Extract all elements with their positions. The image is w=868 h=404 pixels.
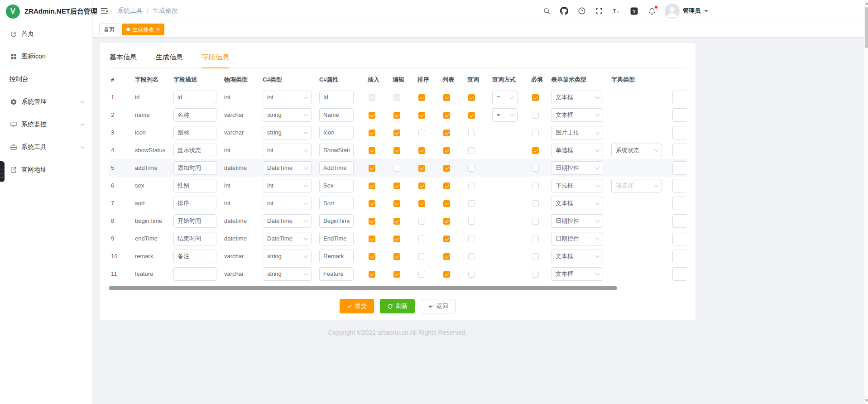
- column-desc-input[interactable]: [173, 126, 216, 139]
- list-checkbox[interactable]: [443, 112, 450, 119]
- display-type-select[interactable]: 文本框: [551, 250, 603, 263]
- list-checkbox[interactable]: [443, 147, 450, 154]
- insert-checkbox[interactable]: [369, 94, 375, 101]
- edit-checkbox[interactable]: [393, 165, 400, 172]
- list-checkbox[interactable]: [443, 218, 450, 225]
- edit-checkbox[interactable]: [393, 147, 400, 154]
- edit-checkbox[interactable]: [393, 183, 400, 189]
- csharp-type-select[interactable]: DateTime: [263, 232, 312, 245]
- query-checkbox[interactable]: [468, 94, 475, 101]
- required-checkbox[interactable]: [532, 200, 539, 207]
- required-checkbox[interactable]: [532, 165, 539, 172]
- display-type-select[interactable]: 图片上传: [551, 126, 603, 139]
- extra-input[interactable]: [672, 161, 686, 175]
- insert-checkbox[interactable]: [369, 183, 375, 189]
- insert-checkbox[interactable]: [369, 253, 375, 260]
- csharp-attr-input[interactable]: [319, 91, 354, 104]
- sidebar-item-icons[interactable]: 图标icon: [0, 45, 92, 68]
- csharp-attr-input[interactable]: [319, 161, 354, 175]
- column-desc-input[interactable]: [173, 267, 216, 281]
- font-size-icon[interactable]: TT: [612, 7, 620, 15]
- breadcrumb-item[interactable]: 系统工具: [117, 7, 143, 15]
- csharp-attr-input[interactable]: [319, 197, 354, 210]
- column-desc-input[interactable]: [173, 161, 216, 175]
- extra-input[interactable]: [672, 126, 686, 139]
- insert-checkbox[interactable]: [369, 165, 375, 172]
- tab-basic-info[interactable]: 基本信息: [110, 53, 137, 67]
- close-icon[interactable]: ×: [156, 26, 160, 33]
- column-desc-input[interactable]: [173, 250, 216, 263]
- list-checkbox[interactable]: [443, 165, 450, 172]
- scroll-down-icon[interactable]: [864, 397, 868, 404]
- sidebar-item-website[interactable]: 官网地址: [0, 159, 92, 181]
- csharp-type-select[interactable]: string: [263, 250, 312, 263]
- required-checkbox[interactable]: [532, 183, 539, 189]
- insert-checkbox[interactable]: [369, 147, 375, 154]
- csharp-attr-input[interactable]: [319, 108, 354, 122]
- sidebar-item-system-manage[interactable]: 系统管理: [0, 91, 92, 113]
- csharp-attr-input[interactable]: [319, 267, 354, 281]
- sidebar-item-system-tools[interactable]: 系统工具: [0, 136, 92, 159]
- insert-checkbox[interactable]: [369, 218, 375, 225]
- query-checkbox[interactable]: [468, 130, 475, 136]
- list-checkbox[interactable]: [443, 130, 450, 136]
- language-icon[interactable]: 文: [630, 7, 638, 15]
- csharp-type-select[interactable]: string: [263, 267, 312, 281]
- csharp-type-select[interactable]: int: [263, 91, 312, 104]
- sort-checkbox[interactable]: [418, 200, 425, 207]
- required-checkbox[interactable]: [532, 271, 539, 278]
- scrollbar-thumb[interactable]: [865, 7, 868, 48]
- insert-checkbox[interactable]: [369, 236, 375, 242]
- required-checkbox[interactable]: [532, 112, 539, 119]
- sort-checkbox[interactable]: [418, 271, 425, 278]
- query-checkbox[interactable]: [468, 236, 475, 242]
- query-checkbox[interactable]: [468, 271, 475, 278]
- csharp-attr-input[interactable]: [319, 232, 354, 245]
- horizontal-scrollbar-thumb[interactable]: [109, 286, 617, 290]
- app-logo[interactable]: V ZRAdmin.NET后台管理: [0, 0, 92, 23]
- csharp-attr-input[interactable]: [319, 250, 354, 263]
- edit-checkbox[interactable]: [393, 130, 400, 136]
- extra-input[interactable]: [672, 179, 686, 192]
- query-checkbox[interactable]: [468, 183, 475, 189]
- extra-input[interactable]: [672, 214, 686, 228]
- sort-checkbox[interactable]: [418, 165, 425, 172]
- sort-checkbox[interactable]: [418, 112, 425, 119]
- csharp-attr-input[interactable]: [319, 179, 354, 192]
- display-type-select[interactable]: 日期控件: [551, 214, 603, 228]
- column-desc-input[interactable]: [173, 91, 216, 104]
- extra-input[interactable]: [672, 144, 686, 157]
- extra-input[interactable]: [672, 197, 686, 210]
- refresh-button[interactable]: 刷新: [380, 299, 415, 313]
- column-desc-input[interactable]: [173, 214, 216, 228]
- column-desc-input[interactable]: [173, 144, 216, 157]
- extra-input[interactable]: [672, 108, 686, 122]
- edit-checkbox[interactable]: [393, 200, 400, 207]
- required-checkbox[interactable]: [532, 218, 539, 225]
- csharp-attr-input[interactable]: [319, 214, 354, 228]
- csharp-type-select[interactable]: int: [263, 197, 312, 210]
- edit-checkbox[interactable]: [393, 271, 400, 278]
- edit-checkbox[interactable]: [393, 236, 400, 242]
- tab-gen-info[interactable]: 生成信息: [156, 53, 183, 67]
- nav-tag[interactable]: 生成修改×: [122, 24, 164, 35]
- csharp-type-select[interactable]: string: [263, 108, 312, 122]
- required-checkbox[interactable]: [532, 94, 539, 101]
- menu-fold-icon[interactable]: [100, 6, 109, 15]
- required-checkbox[interactable]: [532, 130, 539, 136]
- query-checkbox[interactable]: [468, 165, 475, 172]
- query-checkbox[interactable]: [468, 253, 475, 260]
- query-checkbox[interactable]: [468, 147, 475, 154]
- sort-checkbox[interactable]: [418, 130, 425, 136]
- csharp-type-select[interactable]: DateTime: [263, 214, 312, 228]
- sort-checkbox[interactable]: [418, 94, 425, 101]
- extra-input[interactable]: [672, 250, 686, 263]
- list-checkbox[interactable]: [443, 271, 450, 278]
- scroll-up-icon[interactable]: [864, 0, 868, 7]
- user-menu[interactable]: 管理员: [665, 4, 709, 19]
- tab-field-info[interactable]: 字段信息: [202, 53, 229, 67]
- github-icon[interactable]: [560, 7, 568, 15]
- list-checkbox[interactable]: [443, 94, 450, 101]
- sort-checkbox[interactable]: [418, 218, 425, 225]
- csharp-attr-input[interactable]: [319, 126, 354, 139]
